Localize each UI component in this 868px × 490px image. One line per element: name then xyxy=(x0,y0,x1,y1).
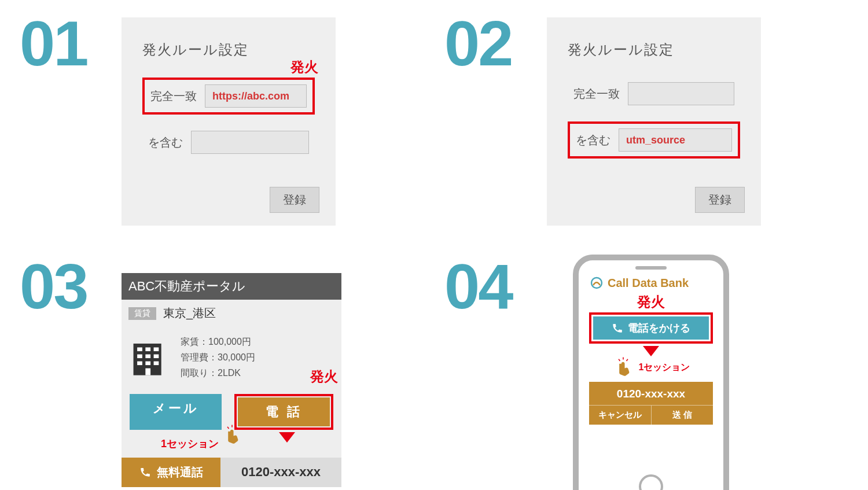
number-box: 0120-xxx-xxx キャンセル 送 信 xyxy=(589,382,713,425)
step-number-03: 03 xyxy=(20,255,87,318)
contains-label: を含む xyxy=(148,135,183,150)
exact-label: 完全一致 xyxy=(573,86,620,102)
svg-rect-5 xyxy=(145,354,150,358)
fire-label: 発火 xyxy=(589,293,713,311)
svg-line-17 xyxy=(626,359,627,361)
brand-logo: Call Data Bank xyxy=(589,275,713,290)
rule-contains-row: を含む utm_source xyxy=(568,121,740,159)
tel-button[interactable]: 電 話 xyxy=(238,397,330,426)
register-button[interactable]: 登録 xyxy=(695,187,745,213)
rule-contains-row: を含む xyxy=(142,126,315,159)
exact-label: 完全一致 xyxy=(150,89,197,104)
svg-rect-1 xyxy=(137,347,142,351)
svg-line-13 xyxy=(236,426,237,428)
register-button[interactable]: 登録 xyxy=(270,187,319,213)
phone-icon xyxy=(612,322,623,334)
area-text: 東京_港区 xyxy=(163,305,216,321)
phone-number: 0120-xxx-xxx xyxy=(220,458,341,487)
cancel-button[interactable]: キャンセル xyxy=(589,406,652,425)
phone-mock: Call Data Bank 発火 電話をかける 1セッション 0120-xxx… xyxy=(573,255,729,490)
svg-rect-3 xyxy=(154,347,159,351)
phone-number: 0120-xxx-xxx xyxy=(589,388,713,400)
spec-rent: 家賃：100,000円 xyxy=(181,334,255,349)
panel-title: 発火ルール設定 xyxy=(142,40,315,59)
step-number-04: 04 xyxy=(444,255,512,318)
spec-fee: 管理費：30,000円 xyxy=(181,349,255,365)
fire-label: 発火 xyxy=(310,367,338,386)
step-number-02: 02 xyxy=(444,12,512,75)
portal-subheader: 賃貸 東京_港区 xyxy=(122,300,341,327)
session-note: 1セッション xyxy=(639,362,690,374)
svg-rect-4 xyxy=(137,354,142,358)
svg-rect-7 xyxy=(137,361,142,365)
session-row: 1セッション xyxy=(589,356,713,378)
svg-line-15 xyxy=(619,359,620,361)
contains-input[interactable]: utm_source xyxy=(619,128,732,152)
panel-title: 発火ルール設定 xyxy=(568,40,740,59)
call-button-label: 電話をかける xyxy=(628,321,690,335)
down-arrow-icon xyxy=(279,432,295,443)
svg-line-11 xyxy=(227,426,229,428)
free-call-label: 無料通話 xyxy=(157,465,203,480)
session-note: 1セッション xyxy=(161,437,219,451)
brand-icon xyxy=(589,275,604,290)
phone-icon xyxy=(139,466,151,478)
svg-rect-9 xyxy=(154,361,159,365)
svg-rect-6 xyxy=(154,354,159,358)
portal-details: 家賃：100,000円 管理費：30,000円 間取り：2LDK 発火 xyxy=(122,327,341,388)
portal-title: ABC不動産ポータル xyxy=(122,273,341,300)
exact-input[interactable]: https://abc.com xyxy=(205,84,307,108)
rental-tag: 賃貸 xyxy=(128,307,156,320)
brand-text: Call Data Bank xyxy=(608,277,689,290)
tap-icon xyxy=(612,356,634,378)
panel-step-01: 発火ルール設定 発火 完全一致 https://abc.com を含む 登録 xyxy=(122,17,336,226)
rule-exact-row: 完全一致 https://abc.com xyxy=(142,78,315,115)
contains-label: を含む xyxy=(576,132,610,148)
exact-input[interactable] xyxy=(628,82,734,105)
send-button[interactable]: 送 信 xyxy=(652,406,713,425)
svg-rect-2 xyxy=(145,347,150,351)
contains-input[interactable] xyxy=(191,131,309,154)
building-icon xyxy=(130,337,170,378)
spec-layout: 間取り：2LDK xyxy=(181,365,255,381)
rule-exact-row: 完全一致 xyxy=(568,78,740,110)
svg-rect-10 xyxy=(145,368,150,375)
portal-card: ABC不動産ポータル 賃貸 東京_港区 家賃：100,000円 管理費：30,0… xyxy=(122,273,341,487)
mail-button[interactable]: メール xyxy=(130,394,222,430)
step-number-01: 01 xyxy=(20,12,87,75)
svg-rect-8 xyxy=(145,361,150,365)
down-arrow-icon xyxy=(643,346,659,356)
fire-label: 発火 xyxy=(290,58,318,76)
panel-step-02: 発火ルール設定 完全一致 を含む utm_source 登録 xyxy=(547,17,761,226)
free-call-button[interactable]: 無料通話 xyxy=(122,458,220,487)
call-button[interactable]: 電話をかける xyxy=(593,316,709,340)
portal-call-bar: 無料通話 0120-xxx-xxx xyxy=(122,458,341,487)
tap-icon xyxy=(221,424,243,446)
